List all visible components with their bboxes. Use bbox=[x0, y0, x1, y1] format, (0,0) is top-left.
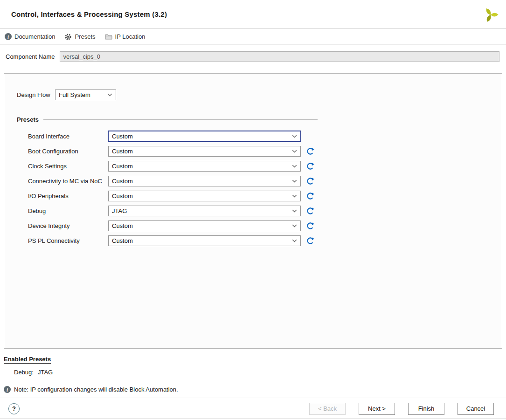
chevron-down-icon bbox=[292, 239, 297, 242]
preset-row: Device IntegrityCustom bbox=[28, 218, 502, 233]
chevron-down-icon bbox=[292, 224, 297, 227]
presets-section-title: Presets bbox=[17, 116, 39, 123]
preset-row: PS PL ConnectivityCustom bbox=[28, 233, 502, 248]
preset-select-value: Custom bbox=[112, 148, 133, 155]
component-name-label: Component Name bbox=[6, 53, 55, 60]
preset-select[interactable]: Custom bbox=[108, 146, 301, 157]
gear-icon bbox=[64, 33, 72, 41]
note-text: Note: IP configuration changes will disa… bbox=[14, 386, 178, 393]
preset-label: Boot Configuration bbox=[28, 148, 108, 155]
preset-row: Connectivity to MC via NoCCustom bbox=[28, 173, 502, 188]
enabled-presets-title: Enabled Presets bbox=[4, 356, 51, 364]
enabled-preset-item: Debug: JTAG bbox=[14, 369, 506, 376]
preset-select[interactable]: Custom bbox=[108, 131, 301, 142]
toolbar-item-label: Documentation bbox=[14, 33, 55, 40]
next-button[interactable]: Next > bbox=[359, 403, 395, 415]
preset-label: PS PL Connectivity bbox=[28, 237, 108, 244]
chevron-down-icon bbox=[107, 93, 112, 96]
toolbar-item-ip-location[interactable]: IP Location bbox=[105, 33, 146, 40]
note-row: i Note: IP configuration changes will di… bbox=[4, 386, 506, 393]
preset-row: DebugJTAG bbox=[28, 203, 502, 218]
preset-row: I/O PeripheralsCustom bbox=[28, 188, 502, 203]
presets-section-header: Presets bbox=[17, 116, 318, 123]
refresh-icon[interactable] bbox=[306, 177, 314, 185]
component-name-row: Component Name bbox=[0, 45, 506, 69]
preset-select[interactable]: Custom bbox=[108, 161, 301, 172]
config-panel: Design Flow Full System Presets Board In… bbox=[4, 73, 502, 349]
preset-select-value: Custom bbox=[112, 222, 133, 229]
design-flow-select[interactable]: Full System bbox=[55, 90, 116, 100]
design-flow-value: Full System bbox=[59, 91, 90, 98]
footer: ? < Back Next > Finish Cancel bbox=[0, 398, 506, 419]
finish-button[interactable]: Finish bbox=[408, 403, 444, 415]
preset-label: I/O Peripherals bbox=[28, 193, 108, 200]
chevron-down-icon bbox=[292, 194, 297, 198]
preset-select-value: JTAG bbox=[112, 207, 127, 214]
dialog-title: Control, Interfaces & Processing System … bbox=[11, 10, 167, 18]
preset-select[interactable]: Custom bbox=[108, 235, 301, 246]
back-button[interactable]: < Back bbox=[309, 403, 346, 415]
toolbar-item-presets[interactable]: Presets bbox=[64, 33, 95, 41]
preset-rows: Board InterfaceCustomBoot ConfigurationC… bbox=[28, 129, 502, 248]
preset-select-value: Custom bbox=[112, 193, 133, 200]
chevron-down-icon bbox=[292, 135, 297, 138]
refresh-icon[interactable] bbox=[306, 162, 314, 170]
toolbar-item-label: IP Location bbox=[115, 33, 146, 40]
preset-select-value: Custom bbox=[112, 163, 133, 170]
help-button[interactable]: ? bbox=[8, 403, 20, 414]
preset-row: Boot ConfigurationCustom bbox=[28, 144, 502, 158]
preset-label: Debug bbox=[28, 207, 108, 214]
preset-label: Clock Settings bbox=[28, 163, 108, 170]
preset-label: Connectivity to MC via NoC bbox=[28, 178, 108, 185]
enabled-presets-section: Enabled Presets Debug: JTAG bbox=[4, 356, 506, 376]
preset-select-value: Custom bbox=[112, 237, 133, 244]
info-icon: i bbox=[5, 33, 12, 40]
chevron-down-icon bbox=[292, 165, 297, 168]
refresh-icon[interactable] bbox=[306, 147, 314, 155]
refresh-icon[interactable] bbox=[306, 192, 314, 200]
preset-select-value: Custom bbox=[112, 178, 133, 185]
preset-select[interactable]: Custom bbox=[108, 191, 301, 201]
preset-row: Clock SettingsCustom bbox=[28, 158, 502, 173]
preset-select[interactable]: Custom bbox=[108, 176, 301, 186]
design-flow-row: Design Flow Full System bbox=[17, 90, 502, 100]
refresh-icon[interactable] bbox=[306, 222, 314, 230]
toolbar-item-label: Presets bbox=[75, 33, 95, 40]
titlebar: Control, Interfaces & Processing System … bbox=[0, 0, 506, 29]
preset-label: Device Integrity bbox=[28, 222, 108, 229]
chevron-down-icon bbox=[292, 209, 297, 213]
refresh-icon[interactable] bbox=[306, 207, 314, 215]
cancel-button[interactable]: Cancel bbox=[457, 403, 494, 415]
chevron-down-icon bbox=[292, 150, 297, 153]
preset-select[interactable]: Custom bbox=[108, 220, 301, 231]
preset-row: Board InterfaceCustom bbox=[28, 129, 502, 144]
component-name-input[interactable] bbox=[60, 51, 500, 62]
chevron-down-icon bbox=[292, 179, 297, 183]
preset-label: Board Interface bbox=[28, 133, 108, 140]
ip-customization-dialog: Control, Interfaces & Processing System … bbox=[0, 0, 506, 419]
vendor-logo-icon bbox=[483, 6, 499, 23]
toolbar: i Documentation Presets IP Location bbox=[0, 29, 506, 45]
preset-select[interactable]: JTAG bbox=[108, 206, 301, 216]
enabled-preset-value: JTAG bbox=[38, 369, 53, 376]
enabled-preset-label: Debug: bbox=[14, 369, 34, 376]
info-icon: i bbox=[4, 386, 11, 393]
preset-select-value: Custom bbox=[112, 133, 133, 140]
design-flow-label: Design Flow bbox=[17, 91, 55, 98]
folder-icon bbox=[105, 34, 112, 40]
section-divider bbox=[43, 119, 318, 120]
toolbar-item-documentation[interactable]: i Documentation bbox=[5, 33, 55, 40]
refresh-icon[interactable] bbox=[306, 237, 314, 245]
footer-buttons: < Back Next > Finish Cancel bbox=[309, 403, 494, 415]
